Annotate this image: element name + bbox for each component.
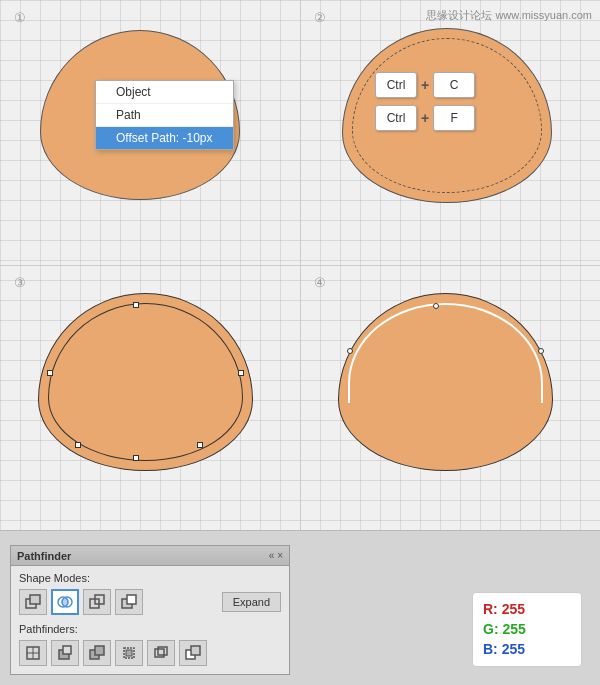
b-value: 255 xyxy=(502,641,525,657)
svg-rect-20 xyxy=(191,646,200,655)
quad-number-4: ④ xyxy=(314,275,326,290)
exclude-shape-btn[interactable] xyxy=(83,589,111,615)
menu-item-offset-path[interactable]: Offset Path: -10px xyxy=(96,127,233,149)
anchor-bottom xyxy=(133,455,139,461)
menu-item-object[interactable]: Object xyxy=(96,81,233,104)
main-canvas: 思缘设计论坛 www.missyuan.com ① Object Path Of… xyxy=(0,0,600,530)
anchor-left xyxy=(47,370,53,376)
svg-rect-17 xyxy=(155,649,164,657)
anchor-bottom-left xyxy=(75,442,81,448)
f-key: F xyxy=(433,105,475,131)
svg-rect-14 xyxy=(95,646,104,655)
anchor-arc-top xyxy=(433,303,439,309)
quad-number-1: ① xyxy=(14,10,26,25)
pathfinders-label: Pathfinders: xyxy=(19,623,281,635)
minus-front-btn[interactable] xyxy=(115,589,143,615)
pathfinders-row xyxy=(19,640,281,666)
bottom-panel: Pathfinder « × Shape Modes: xyxy=(0,530,600,685)
pathfinder-crop-btn[interactable] xyxy=(115,640,143,666)
quadrant-2: ② Ctrl + C Ctrl + F xyxy=(300,0,600,265)
trim-icon xyxy=(57,645,73,661)
ctrl-key-2: Ctrl xyxy=(375,105,417,131)
pathfinder-outline-btn[interactable] xyxy=(147,640,175,666)
quad-number-3: ③ xyxy=(14,275,26,290)
pathfinder-trim-btn[interactable] xyxy=(51,640,79,666)
svg-rect-18 xyxy=(158,647,167,655)
svg-rect-7 xyxy=(127,595,136,604)
intersect-shape-btn[interactable] xyxy=(51,589,79,615)
panel-controls[interactable]: « × xyxy=(269,550,283,561)
plus-1: + xyxy=(421,77,429,93)
quadrant-1: ① Object Path Offset Path: -10px xyxy=(0,0,300,265)
svg-rect-12 xyxy=(63,646,71,654)
context-menu: Object Path Offset Path: -10px xyxy=(95,80,234,150)
quadrant-3: ③ xyxy=(0,265,300,530)
anchor-right xyxy=(238,370,244,376)
shape-modes-row: Expand xyxy=(19,589,281,615)
panel-body: Shape Modes: xyxy=(11,566,289,672)
outline-icon xyxy=(153,645,169,661)
panel-titlebar: Pathfinder « × xyxy=(11,546,289,566)
pathfinder-panel: Pathfinder « × Shape Modes: xyxy=(10,545,290,675)
merge-icon xyxy=(89,645,105,661)
anchor-arc-right xyxy=(538,348,544,354)
add-shape-btn[interactable] xyxy=(19,589,47,615)
watermark: 思缘设计论坛 www.missyuan.com xyxy=(426,8,592,23)
rgb-r-row: R: 255 xyxy=(483,601,571,617)
minus-front-icon xyxy=(121,594,137,610)
panel-title: Pathfinder xyxy=(17,550,71,562)
c-key: C xyxy=(433,72,475,98)
intersect-shape-icon xyxy=(57,594,73,610)
exclude-shape-icon xyxy=(89,594,105,610)
ctrl-key-1: Ctrl xyxy=(375,72,417,98)
add-shape-icon xyxy=(25,594,41,610)
keyboard-shortcut-copy: Ctrl + C xyxy=(375,72,475,98)
quadrant-4: ④ xyxy=(300,265,600,530)
plus-2: + xyxy=(421,110,429,126)
pathfinder-divide-btn[interactable] xyxy=(19,640,47,666)
keyboard-shortcut-paste: Ctrl + F xyxy=(375,105,475,131)
rgb-panel: R: 255 G: 255 B: 255 xyxy=(472,592,582,667)
minus-back-icon xyxy=(185,645,201,661)
svg-rect-1 xyxy=(30,595,40,604)
rgb-b-row: B: 255 xyxy=(483,641,571,657)
g-label: G: xyxy=(483,621,499,637)
rgb-g-row: G: 255 xyxy=(483,621,571,637)
menu-item-path[interactable]: Path xyxy=(96,104,233,127)
g-value: 255 xyxy=(502,621,525,637)
svg-rect-16 xyxy=(126,650,132,656)
shape-modes-label: Shape Modes: xyxy=(19,572,281,584)
expand-button[interactable]: Expand xyxy=(222,592,281,612)
b-label: B: xyxy=(483,641,498,657)
divide-icon xyxy=(25,645,41,661)
anchor-arc-left xyxy=(347,348,353,354)
pathfinder-merge-btn[interactable] xyxy=(83,640,111,666)
anchor-top xyxy=(133,302,139,308)
anchor-bottom-right xyxy=(197,442,203,448)
quad-number-2: ② xyxy=(314,10,326,25)
crop-icon xyxy=(121,645,137,661)
r-value: 255 xyxy=(502,601,525,617)
pathfinder-minus-back-btn[interactable] xyxy=(179,640,207,666)
r-label: R: xyxy=(483,601,498,617)
